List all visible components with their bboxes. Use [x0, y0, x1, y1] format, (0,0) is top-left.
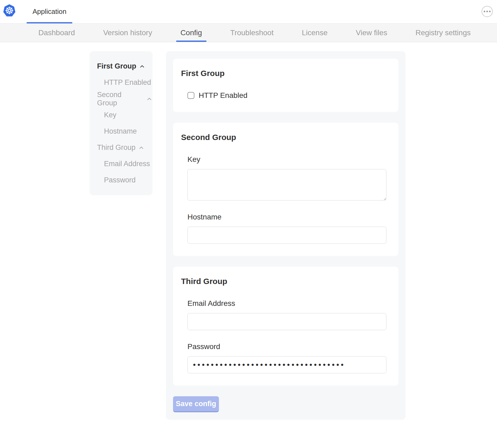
active-tab-underline: [176, 41, 206, 42]
sidebar-item-second-group[interactable]: Second Group: [90, 91, 153, 107]
config-group-first: First Group HTTP Enabled: [173, 59, 398, 112]
tab-label: Version history: [103, 29, 152, 37]
field-label: Password: [187, 342, 386, 351]
sidebar-item-key[interactable]: Key: [90, 107, 153, 123]
field-label: Email Address: [187, 299, 386, 308]
tab-license[interactable]: License: [298, 23, 332, 42]
tab-label: Dashboard: [38, 29, 75, 37]
group-title: Second Group: [181, 133, 386, 142]
password-input[interactable]: [187, 356, 386, 373]
sidebar-item-password[interactable]: Password: [90, 172, 153, 188]
key-textarea[interactable]: [187, 169, 386, 201]
tab-troubleshoot[interactable]: Troubleshoot: [226, 23, 278, 42]
ellipsis-icon: [489, 11, 491, 12]
http-enabled-checkbox[interactable]: [187, 92, 194, 99]
email-address-field: Email Address: [187, 299, 386, 330]
kubernetes-helm-icon: ☸: [3, 4, 15, 17]
app-title: Application: [33, 7, 66, 16]
tab-label: View files: [356, 29, 387, 37]
password-field: Password: [187, 342, 386, 373]
tab-label: Config: [181, 29, 202, 37]
sidebar-item-hostname[interactable]: Hostname: [90, 123, 153, 139]
save-config-button[interactable]: Save config: [173, 396, 219, 412]
http-enabled-field: HTTP Enabled: [187, 91, 386, 100]
tab-view-files[interactable]: View files: [351, 23, 391, 42]
sidebar-item-label: Email Address: [104, 160, 150, 168]
main-nav: Dashboard Version history Config Trouble…: [0, 23, 497, 42]
tab-dashboard[interactable]: Dashboard: [34, 23, 79, 42]
sidebar-item-http-enabled[interactable]: HTTP Enabled: [90, 74, 153, 91]
sidebar-item-email-address[interactable]: Email Address: [90, 156, 153, 172]
sidebar-item-third-group[interactable]: Third Group: [90, 139, 153, 156]
hostname-field: Hostname: [187, 213, 386, 244]
key-field: Key: [187, 155, 386, 201]
tab-label: Troubleshoot: [230, 29, 274, 37]
chevron-up-icon: [146, 96, 153, 102]
tab-version-history[interactable]: Version history: [99, 23, 157, 42]
hostname-input[interactable]: [187, 227, 386, 244]
tab-label: License: [302, 29, 328, 37]
ellipsis-icon: [484, 11, 485, 12]
sidebar-item-label: Hostname: [104, 127, 137, 135]
config-group-second: Second Group Key Hostname: [173, 123, 398, 256]
field-label: Hostname: [187, 213, 386, 221]
app-title-tab[interactable]: Application: [27, 0, 72, 23]
group-title: First Group: [181, 69, 386, 78]
config-panel: First Group HTTP Enabled Second Group Ke…: [166, 51, 406, 420]
email-address-input[interactable]: [187, 313, 386, 330]
app-header: ☸ Application: [0, 0, 497, 23]
group-title: Third Group: [181, 277, 386, 286]
field-label: Key: [187, 155, 386, 164]
tab-label: Registry settings: [415, 29, 471, 37]
chevron-up-icon: [138, 145, 145, 151]
config-content: First Group HTTP Enabled Second Group Ke…: [90, 51, 497, 420]
chevron-up-icon: [139, 63, 145, 70]
sidebar-item-label: Key: [104, 111, 117, 119]
sidebar-item-label: HTTP Enabled: [104, 78, 151, 87]
checkbox-label: HTTP Enabled: [199, 91, 247, 100]
config-sidebar: First Group HTTP Enabled Second Group Ke…: [90, 51, 153, 195]
sidebar-item-label: Third Group: [97, 143, 135, 152]
config-group-third: Third Group Email Address Password: [173, 267, 398, 386]
tab-config[interactable]: Config: [176, 23, 206, 42]
sidebar-item-label: Second Group: [97, 91, 143, 107]
sidebar-item-label: Password: [104, 176, 136, 184]
tab-registry-settings[interactable]: Registry settings: [411, 23, 475, 42]
sidebar-item-first-group[interactable]: First Group: [90, 58, 153, 74]
ellipsis-icon: [486, 11, 488, 12]
ellipsis-menu-button[interactable]: [482, 6, 493, 17]
sidebar-item-label: First Group: [97, 62, 136, 70]
